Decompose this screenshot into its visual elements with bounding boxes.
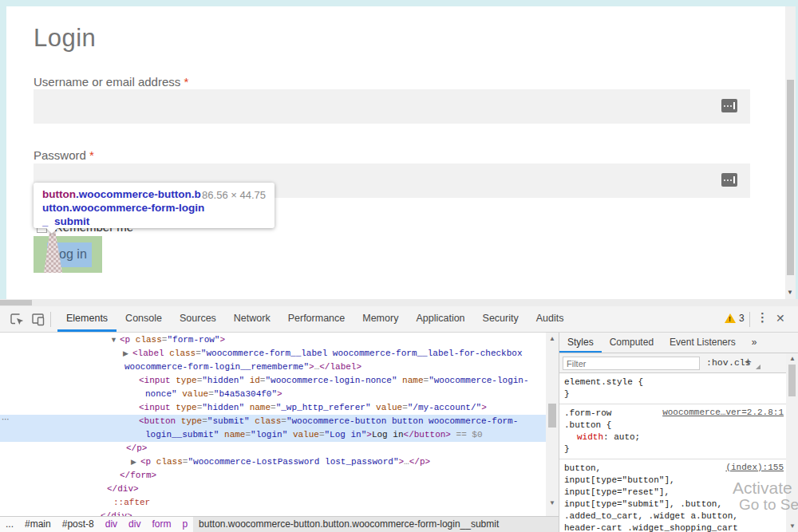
styles-tab-styles[interactable]: Styles	[559, 333, 602, 353]
node-menu-icon[interactable]: ⋯	[2, 415, 10, 424]
styles-filter-input[interactable]	[563, 357, 700, 370]
device-toolbar-icon[interactable]	[30, 311, 47, 328]
breadcrumb-item[interactable]: #main	[19, 517, 57, 532]
breadcrumb-item[interactable]: p	[176, 517, 193, 532]
required-asterisk: *	[89, 148, 94, 162]
styles-scrollbar[interactable]: ▲ ▼	[786, 353, 798, 532]
breadcrumb-item[interactable]: ...	[0, 517, 19, 532]
breadcrumb: ...#main#post-8divdivformpbutton.woocomm…	[0, 516, 559, 532]
styles-tab--[interactable]: »	[744, 333, 765, 353]
devtools-toolbar: ElementsConsoleSourcesNetworkPerformance…	[0, 306, 798, 333]
console-warnings-badge[interactable]: ! 3	[725, 313, 745, 324]
styles-filter-row: :hov .cls +	[559, 353, 798, 373]
dom-tree-node[interactable]: login__submit" name="login" value="Log i…	[145, 428, 483, 442]
resize-corner-icon	[756, 365, 760, 369]
expand-arrow-icon[interactable]: ▶	[131, 455, 136, 469]
tooltip-tag: button	[42, 188, 76, 200]
autofill-icon[interactable]	[721, 99, 737, 112]
more-options-icon[interactable]: ⋮	[757, 310, 768, 325]
inspect-tooltip: button.woocommerce-button.b utton.woocom…	[34, 183, 275, 228]
warning-count: 3	[739, 313, 745, 324]
style-rule[interactable]: woocommerce…ver=2.2.8:1.form-row.button …	[559, 404, 787, 459]
warning-icon: !	[725, 313, 736, 323]
username-label: Username or email address *	[34, 75, 188, 89]
styles-scrollbar-thumb[interactable]	[788, 365, 796, 396]
scroll-down-arrow-icon[interactable]: ▼	[549, 499, 555, 506]
scroll-down-arrow-icon[interactable]: ▼	[787, 289, 793, 296]
devtools-tab-security[interactable]: Security	[474, 306, 527, 332]
devtools-tab-audits[interactable]: Audits	[527, 306, 573, 332]
dom-tree-node[interactable]: </form>	[120, 469, 156, 483]
scroll-up-arrow-icon[interactable]: ▲	[789, 355, 796, 362]
devtools-tab-console[interactable]: Console	[117, 306, 171, 332]
elements-scrollbar[interactable]: ▲ ▼	[546, 333, 559, 516]
horizontal-scrollbar-thumb[interactable]	[0, 300, 32, 305]
devtools-tab-elements[interactable]: Elements	[57, 306, 117, 332]
dom-tree-node[interactable]: ::after	[113, 496, 150, 510]
collapse-arrow-icon[interactable]: ▼	[110, 333, 117, 347]
breadcrumb-item[interactable]: form	[146, 517, 176, 532]
style-rule[interactable]: element.style {}	[559, 373, 787, 404]
styles-sidebar: StylesComputedEvent Listeners» :hov .cls…	[559, 333, 798, 532]
breadcrumb-item[interactable]: #post-8	[57, 517, 100, 532]
devtools-tab-performance[interactable]: Performance	[279, 306, 354, 332]
screenshot-root: Login Username or email address * Passwo…	[0, 0, 798, 532]
devtools-tab-memory[interactable]: Memory	[354, 306, 407, 332]
dom-tree-node[interactable]: <label class="woocommerce-form__label wo…	[132, 347, 523, 361]
dom-tree-node[interactable]: <p class="form-row">	[120, 333, 225, 347]
horizontal-scrollbar[interactable]	[0, 299, 798, 306]
dom-tree-node[interactable]: </p>	[126, 442, 147, 455]
page-scrollbar-thumb[interactable]	[787, 80, 794, 275]
dom-tree-node[interactable]: </div>	[101, 510, 132, 516]
devtools-tab-sources[interactable]: Sources	[171, 306, 225, 332]
dom-tree-node[interactable]: <input type="hidden" name="_wp_http_refe…	[139, 401, 487, 415]
devtools-panel: ElementsConsoleSourcesNetworkPerformance…	[0, 299, 798, 532]
toolbar-divider	[50, 312, 51, 327]
dom-tree-node[interactable]: <button type="submit" class="woocommerce…	[139, 415, 518, 428]
dom-tree-node[interactable]: nonce" value="b4a5a304f0">	[145, 388, 282, 401]
elements-tree-panel: ▼<p class="form-row">▶<label class="wooc…	[0, 333, 559, 516]
browser-page: Login Username or email address * Passwo…	[6, 6, 796, 299]
expand-arrow-icon[interactable]: ▶	[123, 347, 128, 361]
devtools-tab-bar: ElementsConsoleSourcesNetworkPerformance…	[57, 306, 572, 332]
tooltip-dimensions: 86.56 × 44.75	[202, 188, 266, 202]
toolbar-divider	[749, 312, 750, 327]
password-label: Password *	[34, 148, 94, 162]
close-devtools-icon[interactable]: ✕	[776, 312, 785, 325]
username-input[interactable]	[34, 89, 750, 124]
page-scrollbar[interactable]: ▼	[785, 6, 796, 299]
elements-scrollbar-thumb[interactable]	[548, 404, 556, 428]
style-rule[interactable]: (index):155button,input[type="button"],i…	[559, 459, 787, 532]
breadcrumb-item-selected[interactable]: button.woocommerce-button.button.woocomm…	[193, 517, 559, 532]
required-asterisk: *	[184, 75, 188, 89]
inspect-element-icon[interactable]	[8, 311, 26, 328]
styles-tab-computed[interactable]: Computed	[602, 333, 662, 353]
devtools-tab-network[interactable]: Network	[225, 306, 279, 332]
devtools-tab-application[interactable]: Application	[407, 306, 473, 332]
scroll-up-arrow-icon[interactable]: ▲	[549, 335, 555, 342]
pseudo-state-toggle[interactable]: :hov	[706, 357, 729, 368]
styles-tab-event-listeners[interactable]: Event Listeners	[662, 333, 744, 353]
breadcrumb-item[interactable]: div	[100, 517, 123, 532]
new-style-rule-icon[interactable]: +	[745, 354, 752, 368]
scroll-down-arrow-icon[interactable]: ▼	[789, 522, 796, 530]
breadcrumb-item[interactable]: div	[123, 517, 146, 532]
page-title: Login	[34, 24, 96, 53]
stylesheet-link[interactable]: woocommerce…ver=2.2.8:1	[662, 408, 784, 417]
dom-tree-node[interactable]: <p class="woocommerce-LostPassword lost_…	[140, 455, 430, 469]
styles-rules-list: element.style {}woocommerce…ver=2.2.8:1.…	[559, 373, 787, 532]
styles-tab-bar: StylesComputedEvent Listeners»	[559, 333, 798, 353]
dom-tree-node[interactable]: </div>	[107, 483, 139, 496]
dom-tree-node[interactable]: <input type="hidden" id="woocommerce-log…	[139, 374, 529, 388]
autofill-icon[interactable]	[721, 173, 737, 187]
stylesheet-link[interactable]: (index):155	[725, 463, 784, 472]
dom-tree-node[interactable]: woocommerce-form-login__rememberme">…</l…	[124, 361, 361, 374]
